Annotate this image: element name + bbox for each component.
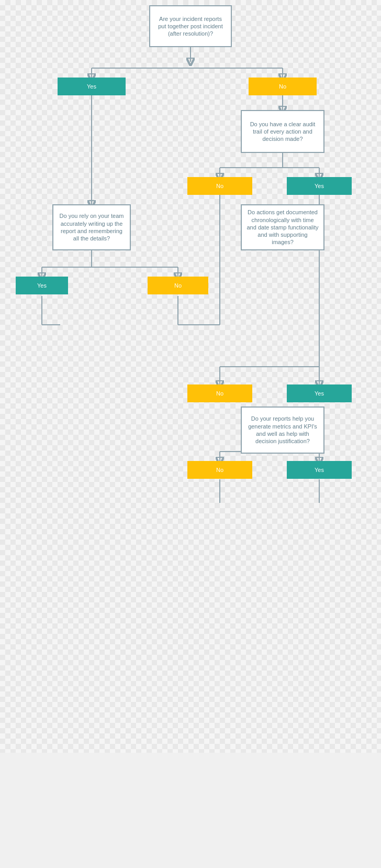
no-box-1: No [249, 78, 317, 95]
flowchart: Are your incident reports put together p… [0, 0, 381, 566]
q3-box: Do you rely on your team accurately writ… [52, 204, 131, 250]
yes-box-3: Yes [16, 277, 68, 294]
top-question-box: Are your incident reports put together p… [149, 5, 232, 47]
diagram-container: Are your incident reports put together p… [0, 0, 381, 753]
q5-box: Do your reports help you generate metric… [241, 406, 324, 454]
no-box-5: No [187, 461, 252, 479]
yes-box-1: Yes [58, 78, 126, 95]
no-box-3: No [148, 277, 208, 294]
no-box-2: No [187, 177, 252, 195]
yes-box-5: Yes [287, 461, 352, 479]
yes-box-2: Yes [287, 177, 352, 195]
yes-box-4: Yes [287, 384, 352, 402]
q4-box: Do actions get documented chronologicall… [241, 204, 324, 250]
q2-box: Do you have a clear audit trail of every… [241, 110, 324, 153]
no-box-4: No [187, 384, 252, 402]
